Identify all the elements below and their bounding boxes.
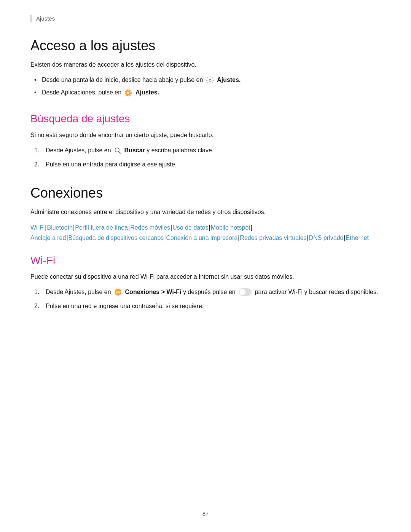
conexiones-links: Wi-Fi|Bluetooth|Perfil fuera de línea|Re… <box>30 222 381 243</box>
acceso-title: Acceso a los ajustes <box>30 37 381 54</box>
conexiones-intro: Administre conexiones entre el dispositi… <box>30 207 381 217</box>
link-redes-moviles[interactable]: Redes móviles <box>130 224 170 231</box>
link-wifi[interactable]: Wi-Fi <box>30 224 45 231</box>
section-acceso: Acceso a los ajustes Existen dos maneras… <box>30 37 381 97</box>
acceso-bullets: Desde una pantalla de inicio, deslice ha… <box>30 75 381 97</box>
acceso-bullet-2: Desde Aplicaciones, pulse en Ajustes. <box>34 88 381 97</box>
wifi-steps: 1. Desde Ajustes, pulse en Conexiones > … <box>30 287 381 311</box>
section-conexiones: Conexiones Administre conexiones entre e… <box>30 185 381 243</box>
acceso-intro: Existen dos maneras de acceder a los aju… <box>30 60 381 70</box>
link-anclaje-red[interactable]: Anclaje a red <box>30 235 66 241</box>
link-redes-privadas[interactable]: Redes privadas virtuales <box>240 235 306 241</box>
svg-point-0 <box>209 79 211 81</box>
wifi-step-2: 2. Pulse en una red e ingrese una contra… <box>34 301 381 311</box>
wifi-connections-icon <box>114 288 122 296</box>
section-wifi: Wi-Fi Puede conectar su dispositivo a un… <box>30 254 381 311</box>
link-mobile-hotspot[interactable]: Mobile hotspot <box>211 224 250 231</box>
link-perfil-fuera-linea[interactable]: Perfil fuera de línea <box>75 224 128 231</box>
breadcrumb: Ajustes <box>30 15 381 22</box>
busqueda-steps: 1. Desde Ajustes, pulse en Buscar y escr… <box>30 145 381 169</box>
link-dns-privado[interactable]: DNS privado <box>309 235 344 241</box>
wifi-step-1: 1. Desde Ajustes, pulse en Conexiones > … <box>34 287 381 297</box>
section-busqueda: Búsqueda de ajustes Si no está seguro dó… <box>30 113 381 169</box>
conexiones-title: Conexiones <box>30 185 381 201</box>
svg-point-2 <box>127 92 130 94</box>
acceso-bullet-1: Desde una pantalla de inicio, deslice ha… <box>34 75 381 85</box>
link-conexion-impresora[interactable]: Conexión a una impresora <box>166 235 238 241</box>
svg-point-5 <box>115 289 121 296</box>
wifi-intro: Puede conectar su dispositivo a una red … <box>30 272 381 282</box>
link-uso-datos[interactable]: Uso de datos <box>172 224 208 231</box>
busqueda-title: Búsqueda de ajustes <box>30 113 381 125</box>
page-number: 87 <box>202 510 209 517</box>
wifi-title: Wi-Fi <box>30 254 381 267</box>
link-bluetooth[interactable]: Bluetooth <box>47 224 73 231</box>
svg-line-4 <box>119 152 121 153</box>
link-busqueda-dispositivos[interactable]: Búsqueda de dispositivos cercanos <box>68 235 164 241</box>
busqueda-intro: Si no está seguro dónde encontrar un cie… <box>30 130 381 140</box>
settings-app-icon <box>124 89 132 97</box>
breadcrumb-label: Ajustes <box>36 15 55 22</box>
gear-icon <box>206 76 214 85</box>
busqueda-step-1: 1. Desde Ajustes, pulse en Buscar y escr… <box>34 145 381 155</box>
busqueda-step-2: 2. Pulse en una entrada para dirigirse a… <box>34 160 381 169</box>
toggle-switch-icon <box>239 288 252 296</box>
search-icon <box>114 147 121 154</box>
link-ethernet[interactable]: Ethernet <box>346 235 369 241</box>
svg-point-6 <box>118 294 118 294</box>
